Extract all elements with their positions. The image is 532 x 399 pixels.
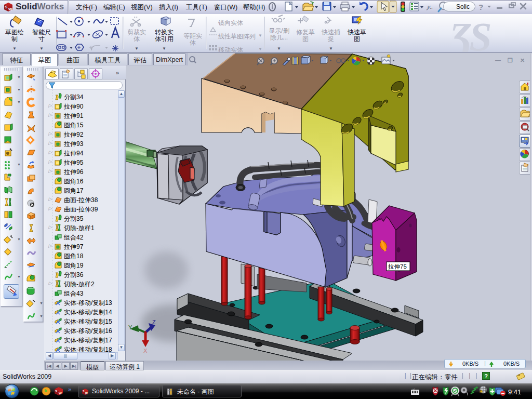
svg-text:CH: CH bbox=[413, 389, 415, 390]
svg-text:?: ? bbox=[478, 3, 483, 11]
svg-text:W: W bbox=[85, 392, 88, 395]
svg-text:»: » bbox=[68, 387, 71, 392]
svg-text:W: W bbox=[59, 392, 62, 395]
svg-text:拉伸75: 拉伸75 bbox=[388, 263, 407, 270]
svg-text:S: S bbox=[55, 390, 57, 393]
svg-text:X: X bbox=[143, 348, 148, 354]
svg-text:Y: Y bbox=[128, 324, 132, 330]
svg-text:Z: Z bbox=[152, 319, 156, 325]
svg-text:𝑦..: 𝑦.. bbox=[426, 4, 433, 10]
